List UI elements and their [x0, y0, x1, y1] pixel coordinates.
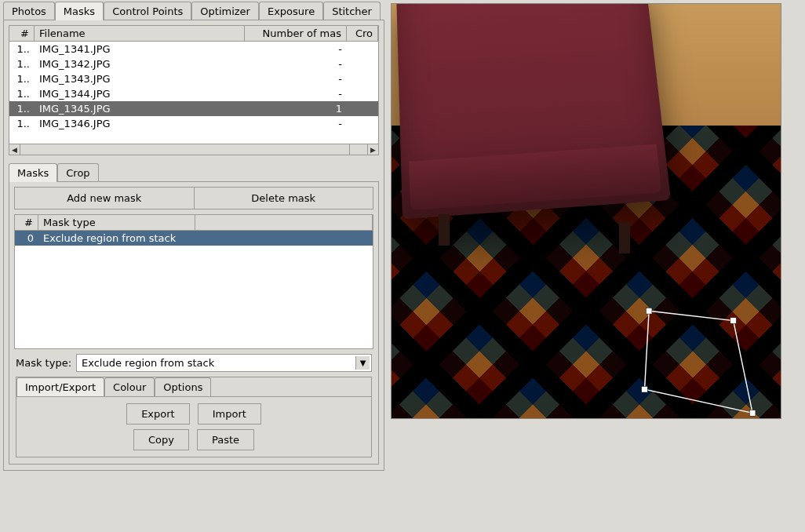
ie-tab-colour[interactable]: Colour	[104, 377, 155, 396]
main-tabbar: PhotosMasksControl PointsOptimizerExposu…	[0, 0, 388, 20]
tab-photos[interactable]: Photos	[3, 2, 55, 20]
mask-type-label: Mask type:	[16, 357, 71, 369]
scroll-left-icon[interactable]: ◀	[9, 144, 20, 155]
col-header-nmask[interactable]: Number of mas	[245, 26, 347, 41]
file-table-body[interactable]: 1..IMG_1341.JPG-1..IMG_1342.JPG-1..IMG_1…	[9, 42, 378, 144]
tab-masks[interactable]: Masks	[55, 2, 104, 20]
file-table: # Filename Number of mas Cro 1..IMG_1341…	[9, 25, 379, 144]
import-export-group: Import/ExportColourOptions Export Import…	[16, 377, 372, 457]
ie-tab-options[interactable]: Options	[155, 377, 211, 396]
paste-button[interactable]: Paste	[197, 429, 254, 450]
scroll-right-icon[interactable]: ▶	[367, 144, 378, 155]
table-row[interactable]: 1..IMG_1344.JPG-	[9, 86, 378, 101]
col-header-mask-type[interactable]: Mask type	[38, 215, 195, 230]
tab-optimizer[interactable]: Optimizer	[191, 2, 259, 20]
mask-type-select[interactable]: Exclude region from stack ▼	[76, 354, 372, 372]
sub-tabbar: MasksCrop	[9, 162, 379, 182]
table-row[interactable]: 1..IMG_1341.JPG-	[9, 42, 378, 56]
table-row[interactable]: 1..IMG_1345.JPG1	[9, 101, 378, 116]
file-table-header: # Filename Number of mas Cro	[9, 26, 378, 42]
col-header-crop[interactable]: Cro	[347, 26, 378, 41]
copy-button[interactable]: Copy	[133, 429, 189, 450]
image-preview[interactable]	[391, 3, 781, 419]
subtab-masks[interactable]: Masks	[9, 163, 57, 182]
table-row[interactable]: 1..IMG_1346.JPG-	[9, 116, 378, 131]
masks-tab-content: # Filename Number of mas Cro 1..IMG_1341…	[3, 20, 384, 471]
subtab-crop[interactable]: Crop	[57, 163, 98, 182]
file-table-hscroll[interactable]: ◀ ▶	[9, 144, 379, 155]
mask-table-body[interactable]: 0Exclude region from stack	[15, 231, 373, 348]
mask-table: # Mask type 0Exclude region from stack	[14, 214, 373, 349]
ie-tab-import-export[interactable]: Import/Export	[16, 377, 104, 396]
tab-stitcher[interactable]: Stitcher	[323, 2, 381, 20]
table-row[interactable]: 1..IMG_1342.JPG-	[9, 56, 378, 71]
import-button[interactable]: Import	[198, 403, 261, 425]
table-row[interactable]: 1..IMG_1343.JPG-	[9, 71, 378, 86]
tab-control-points[interactable]: Control Points	[104, 2, 191, 20]
chevron-down-icon: ▼	[355, 356, 370, 370]
delete-mask-button[interactable]: Delete mask	[195, 187, 374, 210]
col-header-mask-rest	[195, 215, 373, 230]
export-button[interactable]: Export	[126, 403, 190, 425]
tab-exposure[interactable]: Exposure	[259, 2, 323, 20]
col-header-number[interactable]: #	[9, 26, 35, 41]
masks-subtab-content: Add new mask Delete mask # Mask type 0Ex…	[9, 181, 379, 465]
add-mask-button[interactable]: Add new mask	[14, 187, 195, 210]
mask-type-value: Exclude region from stack	[82, 357, 214, 369]
col-header-mask-number[interactable]: #	[15, 215, 38, 230]
mask-row[interactable]: 0Exclude region from stack	[15, 231, 373, 246]
col-header-filename[interactable]: Filename	[35, 26, 245, 41]
